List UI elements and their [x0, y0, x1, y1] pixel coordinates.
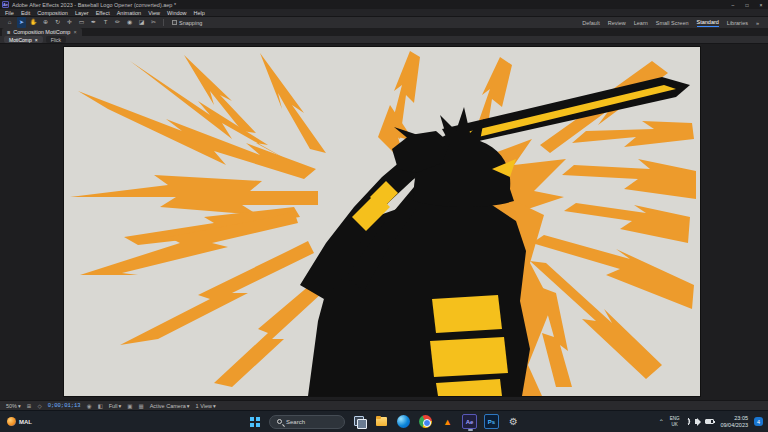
- current-time[interactable]: 0;00;01;13: [48, 402, 81, 409]
- composition-bottom-bar: 50%▾ ⊞ ◇ 0;00;01;13 ◉ ◧ Full▾ ▣ ▦ Active…: [0, 400, 768, 410]
- snapshot-icon[interactable]: ◉: [87, 403, 92, 409]
- tools-toolbar: ⌂ ➤ ✋ ⊕ ↻ ✛ ▭ ✒ T ✏ ◉ ◪ ✂ Snapping Defau…: [0, 17, 768, 28]
- viewer-tab-moticomp[interactable]: MotiComp ×: [4, 36, 43, 43]
- close-button[interactable]: ×: [754, 0, 768, 9]
- clone-stamp-tool-icon[interactable]: ◉: [125, 17, 134, 28]
- workspace-standard[interactable]: Standard: [697, 18, 719, 27]
- workspace-learn[interactable]: Learn: [634, 19, 648, 27]
- eraser-tool-icon[interactable]: ◪: [137, 17, 146, 28]
- window-title: Adobe After Effects 2023 - Baseball Logo…: [12, 2, 176, 8]
- zoom-tool-icon[interactable]: ⊕: [41, 17, 50, 28]
- file-explorer-icon[interactable]: [374, 414, 389, 429]
- tray-date: 09/04/2023: [720, 422, 748, 429]
- viewer-tab-flick[interactable]: Flick: [46, 36, 66, 43]
- composition-artwork: [64, 47, 700, 396]
- menu-layer[interactable]: Layer: [75, 10, 89, 16]
- workspace-bar: Default Review Learn Small Screen Standa…: [582, 18, 763, 27]
- notification-badge[interactable]: 4: [754, 417, 763, 426]
- brush-tool-icon[interactable]: ✏: [113, 17, 122, 28]
- battery-icon: [705, 419, 714, 424]
- menu-window[interactable]: Window: [167, 10, 187, 16]
- camera-view-select[interactable]: Active Camera▾: [150, 403, 190, 409]
- maximize-button[interactable]: □: [740, 0, 754, 9]
- viewer-tab-label: MotiComp: [9, 37, 32, 43]
- titlebar: Ae Adobe After Effects 2023 - Baseball L…: [0, 0, 768, 9]
- widgets-button[interactable]: MAL: [7, 417, 32, 426]
- widget-icon: [7, 417, 16, 426]
- search-icon: [277, 419, 282, 424]
- menu-animation[interactable]: Animation: [117, 10, 141, 16]
- viewer-tab-close-icon[interactable]: ×: [35, 37, 38, 43]
- menu-composition[interactable]: Composition: [37, 10, 68, 16]
- widget-label: MAL: [19, 419, 32, 425]
- minimize-button[interactable]: –: [726, 0, 740, 9]
- panel-close-icon[interactable]: ×: [73, 29, 76, 35]
- panel-menu-icon[interactable]: ≡: [7, 29, 10, 35]
- menu-file[interactable]: File: [5, 10, 14, 16]
- system-status-icons[interactable]: [685, 418, 714, 425]
- language-indicator[interactable]: ENG UK: [670, 416, 680, 426]
- edge-icon[interactable]: [397, 415, 410, 428]
- toolbar-divider: [163, 19, 164, 26]
- photoshop-icon[interactable]: Ps: [484, 414, 499, 429]
- search-box[interactable]: Search: [269, 415, 345, 429]
- view-layout-select[interactable]: 1 View▾: [196, 403, 216, 409]
- taskbar-center: Search ▲ Ae Ps ⚙: [247, 414, 521, 429]
- menu-help[interactable]: Help: [194, 10, 205, 16]
- after-effects-window: Ae Adobe After Effects 2023 - Baseball L…: [0, 0, 768, 432]
- search-label: Search: [286, 419, 305, 425]
- panel-tab-bar: ≡ Composition MotiComp ×: [0, 28, 768, 36]
- selection-tool-icon[interactable]: ➤: [17, 17, 26, 28]
- pen-tool-icon[interactable]: ✒: [89, 17, 98, 28]
- workspace-overflow-icon[interactable]: »: [756, 19, 759, 27]
- snapping-label: Snapping: [179, 20, 202, 26]
- channels-icon[interactable]: ◧: [97, 403, 102, 409]
- menu-view[interactable]: View: [148, 10, 160, 16]
- magnification-select[interactable]: 50%▾: [6, 403, 21, 409]
- chrome-icon[interactable]: [419, 415, 432, 428]
- mask-visibility-icon[interactable]: ◇: [37, 403, 41, 409]
- settings-icon[interactable]: ⚙: [506, 414, 521, 429]
- region-of-interest-icon[interactable]: ▣: [127, 403, 132, 409]
- belt-block: [430, 337, 508, 377]
- type-tool-icon[interactable]: T: [101, 17, 110, 28]
- volume-icon: [695, 419, 698, 424]
- vlc-icon[interactable]: ▲: [440, 414, 455, 429]
- menubar: File Edit Composition Layer Effect Anima…: [0, 9, 768, 17]
- start-icon: [250, 417, 260, 427]
- composition-panel-tab[interactable]: ≡ Composition MotiComp ×: [2, 28, 82, 36]
- windows-taskbar: MAL Search ▲ Ae Ps ⚙ ⌃ ENG UK: [0, 410, 768, 432]
- roto-brush-tool-icon[interactable]: ✂: [149, 17, 158, 28]
- resolution-select[interactable]: Full▾: [109, 403, 122, 409]
- pan-behind-tool-icon[interactable]: ✛: [65, 17, 74, 28]
- system-tray: ⌃ ENG UK 23:05 09/04/2023 4: [659, 415, 763, 429]
- orbit-camera-tool-icon[interactable]: ↻: [53, 17, 62, 28]
- belt-block: [432, 295, 502, 333]
- viewer-tab-strip: MotiComp × Flick: [0, 36, 768, 44]
- start-button[interactable]: [247, 414, 262, 429]
- app-icon: Ae: [2, 1, 9, 8]
- menu-effect[interactable]: Effect: [96, 10, 110, 16]
- workspace-libraries[interactable]: Libraries: [727, 19, 748, 27]
- snapping-checkbox[interactable]: [172, 20, 177, 25]
- wifi-icon: [685, 418, 693, 426]
- hand-tool-icon[interactable]: ✋: [29, 17, 38, 28]
- tray-chevron-icon[interactable]: ⌃: [659, 418, 664, 425]
- composition-viewer[interactable]: [0, 44, 768, 400]
- workspace-review[interactable]: Review: [608, 19, 626, 27]
- panel-tab-title: Composition MotiComp: [13, 29, 70, 35]
- clock[interactable]: 23:05 09/04/2023: [720, 415, 748, 429]
- grid-options-icon[interactable]: ⊞: [27, 403, 32, 409]
- after-effects-icon[interactable]: Ae: [462, 414, 477, 429]
- viewer-tab-label: Flick: [51, 37, 61, 43]
- task-view-button[interactable]: [352, 414, 367, 429]
- window-controls: – □ ×: [726, 0, 768, 9]
- snapping-toggle[interactable]: Snapping: [172, 20, 202, 26]
- menu-edit[interactable]: Edit: [21, 10, 30, 16]
- workspace-default[interactable]: Default: [582, 19, 599, 27]
- transparency-grid-icon[interactable]: ▦: [139, 403, 144, 409]
- workspace-small-screen[interactable]: Small Screen: [656, 19, 689, 27]
- shape-tool-icon[interactable]: ▭: [77, 17, 86, 28]
- home-tool-icon[interactable]: ⌂: [5, 17, 14, 28]
- tray-time: 23:05: [734, 415, 748, 422]
